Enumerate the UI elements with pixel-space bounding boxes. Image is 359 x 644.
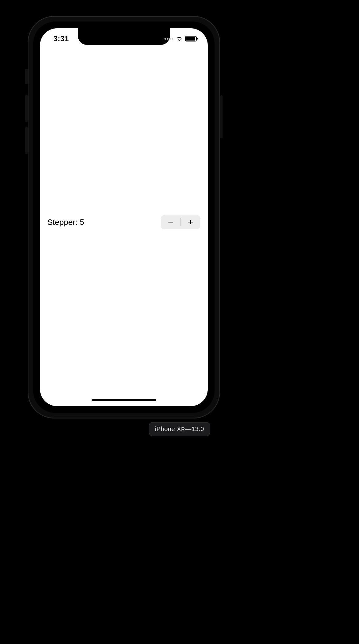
plus-icon: + [188,217,193,227]
status-bar: 3:31 [40,28,208,47]
stepper-increment-button[interactable]: + [181,215,200,229]
power-button [220,95,223,138]
stepper-row: Stepper: 5 − + [47,215,200,229]
volume-up-button [25,95,28,122]
main-content: Stepper: 5 − + [40,47,208,397]
stepper-label: Stepper: 5 [47,218,84,227]
wifi-icon [176,36,183,41]
device-label: iPhone XR — 13.0 [149,422,210,436]
status-indicators [164,36,197,41]
device-os-version: 13.0 [191,426,204,433]
volume-down-button [25,127,28,154]
minus-icon: − [168,217,173,227]
device-frame: 3:31 [28,16,220,418]
cellular-signal-icon [164,38,173,40]
stepper-label-prefix: Stepper: [47,218,80,227]
battery-icon [185,36,197,41]
device-model-prefix: iPhone X [155,426,181,433]
quantity-stepper: − + [161,215,200,229]
device-bezel: 3:31 [33,22,215,413]
stepper-value: 5 [80,218,84,227]
device-label-separator: — [185,426,192,433]
device-model-suffix: R [181,426,185,433]
screen: 3:31 [40,28,208,406]
mute-switch [25,69,28,84]
status-time: 3:31 [53,34,69,43]
stepper-decrement-button[interactable]: − [161,215,180,229]
home-indicator[interactable] [92,399,156,401]
